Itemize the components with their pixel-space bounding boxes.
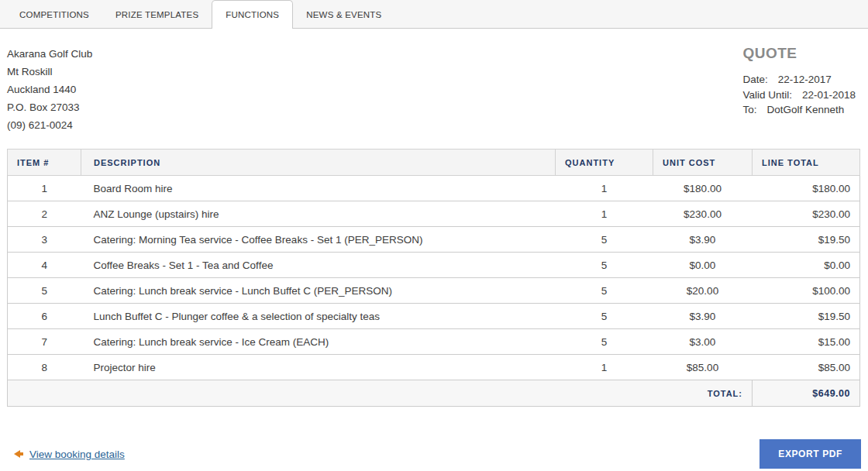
item-unit-cost: $3.90 — [653, 227, 753, 253]
arrow-left-icon — [14, 450, 24, 458]
item-line-total: $180.00 — [753, 176, 860, 201]
quote-valid-until-label: Valid Until: — [742, 89, 792, 101]
club-phone: (09) 621-0024 — [7, 116, 92, 134]
table-row: 5 Catering: Lunch break service - Lunch … — [8, 278, 860, 304]
item-description: Lunch Buffet C - Plunger coffee & a sele… — [81, 304, 556, 329]
item-line-total: $85.00 — [753, 355, 860, 380]
item-unit-cost: $20.00 — [653, 278, 753, 304]
table-body: 1 Board Room hire 1 $180.00 $180.00 2 AN… — [8, 176, 860, 380]
item-quantity: 1 — [556, 176, 653, 201]
item-number: 8 — [8, 355, 81, 380]
table-header: ITEM # DESCRIPTION QUANTITY UNIT COST LI… — [8, 150, 860, 176]
table-row: 3 Catering: Morning Tea service - Coffee… — [8, 227, 860, 253]
tab-functions[interactable]: FUNCTIONS — [212, 0, 293, 29]
item-description: Projector hire — [81, 355, 556, 380]
item-line-total: $230.00 — [753, 201, 860, 227]
item-quantity: 5 — [556, 329, 653, 355]
item-description: Board Room hire — [81, 176, 556, 201]
quote-date-line: Date:22-12-2017 — [742, 72, 856, 88]
club-name: Akarana Golf Club — [7, 45, 92, 63]
item-unit-cost: $180.00 — [653, 176, 753, 201]
club-locality: Mt Roskill — [7, 63, 92, 81]
table-header-row: ITEM # DESCRIPTION QUANTITY UNIT COST LI… — [8, 150, 860, 176]
item-number: 6 — [8, 304, 81, 329]
quote-title: QUOTE — [742, 45, 856, 62]
item-number: 3 — [8, 227, 81, 253]
club-city: Auckland 1440 — [7, 81, 92, 98]
functions-quote-page: COMPETITIONS PRIZE TEMPLATES FUNCTIONS N… — [0, 0, 868, 471]
table-footer: TOTAL: $649.00 — [8, 380, 860, 407]
item-line-total: $15.00 — [753, 329, 860, 355]
column-header-item: ITEM # — [8, 150, 81, 176]
item-description: Catering: Morning Tea service - Coffee B… — [81, 227, 556, 253]
total-row: TOTAL: $649.00 — [8, 380, 860, 407]
item-quantity: 5 — [556, 278, 653, 304]
column-header-quantity: QUANTITY — [556, 150, 653, 176]
item-quantity: 1 — [556, 201, 653, 227]
quote-footer: View booking details EXPORT PDF — [7, 439, 861, 469]
quote-date-label: Date: — [742, 74, 767, 85]
item-description: Catering: Lunch break service - Lunch Bu… — [81, 278, 556, 304]
item-quantity: 5 — [556, 304, 653, 329]
club-address-block: Akarana Golf Club Mt Roskill Auckland 14… — [7, 45, 92, 134]
item-unit-cost: $3.90 — [653, 304, 753, 329]
item-line-total: $19.50 — [753, 227, 860, 253]
view-booking-link[interactable]: View booking details — [14, 449, 125, 460]
table-row: 1 Board Room hire 1 $180.00 $180.00 — [8, 176, 860, 201]
item-unit-cost: $230.00 — [653, 201, 753, 227]
item-description: ANZ Lounge (upstairs) hire — [81, 201, 556, 227]
item-line-total: $19.50 — [753, 304, 860, 329]
club-po-box: P.O. Box 27033 — [7, 98, 92, 116]
tab-prize-templates[interactable]: PRIZE TEMPLATES — [102, 0, 212, 29]
quote-items-table: ITEM # DESCRIPTION QUANTITY UNIT COST LI… — [7, 149, 860, 407]
quote-valid-until-line: Valid Until:22-01-2018 — [742, 88, 856, 103]
quote-header: Akarana Golf Club Mt Roskill Auckland 14… — [7, 45, 861, 134]
item-number: 1 — [8, 176, 81, 201]
tab-competitions[interactable]: COMPETITIONS — [6, 0, 102, 29]
item-quantity: 1 — [556, 355, 653, 380]
quote-to-value: DotGolf Kenneth — [766, 104, 844, 115]
quote-content: Akarana Golf Club Mt Roskill Auckland 14… — [0, 29, 868, 469]
item-line-total: $0.00 — [753, 253, 860, 278]
item-unit-cost: $85.00 — [653, 355, 753, 380]
table-row: 4 Coffee Breaks - Set 1 - Tea and Coffee… — [8, 253, 860, 278]
item-number: 7 — [8, 329, 81, 355]
quote-date-value: 22-12-2017 — [778, 74, 832, 85]
view-booking-link-label: View booking details — [29, 449, 125, 460]
item-quantity: 5 — [556, 253, 653, 278]
total-value: $649.00 — [753, 380, 860, 407]
column-header-unit-cost: UNIT COST — [653, 150, 753, 176]
item-description: Coffee Breaks - Set 1 - Tea and Coffee — [81, 253, 556, 278]
item-unit-cost: $0.00 — [653, 253, 753, 278]
column-header-line-total: LINE TOTAL — [753, 150, 860, 176]
item-number: 5 — [8, 278, 81, 304]
tab-news-events[interactable]: NEWS & EVENTS — [293, 0, 394, 29]
table-row: 6 Lunch Buffet C - Plunger coffee & a se… — [8, 304, 860, 329]
table-row: 7 Catering: Lunch break service - Ice Cr… — [8, 329, 860, 355]
column-header-description: DESCRIPTION — [81, 150, 556, 176]
item-number: 4 — [8, 253, 81, 278]
quote-to-line: To:DotGolf Kenneth — [742, 102, 856, 118]
quote-to-label: To: — [742, 104, 756, 115]
item-line-total: $100.00 — [753, 278, 860, 304]
quote-meta-block: QUOTE Date:22-12-2017 Valid Until:22-01-… — [742, 45, 861, 118]
item-number: 2 — [8, 201, 81, 227]
table-row: 2 ANZ Lounge (upstairs) hire 1 $230.00 $… — [8, 201, 860, 227]
item-quantity: 5 — [556, 227, 653, 253]
total-label: TOTAL: — [8, 380, 753, 407]
item-unit-cost: $3.00 — [653, 329, 753, 355]
tab-bar: COMPETITIONS PRIZE TEMPLATES FUNCTIONS N… — [0, 0, 868, 29]
table-row: 8 Projector hire 1 $85.00 $85.00 — [8, 355, 860, 380]
item-description: Catering: Lunch break service - Ice Crea… — [81, 329, 556, 355]
export-pdf-button[interactable]: EXPORT PDF — [760, 439, 861, 469]
quote-valid-until-value: 22-01-2018 — [802, 89, 856, 101]
